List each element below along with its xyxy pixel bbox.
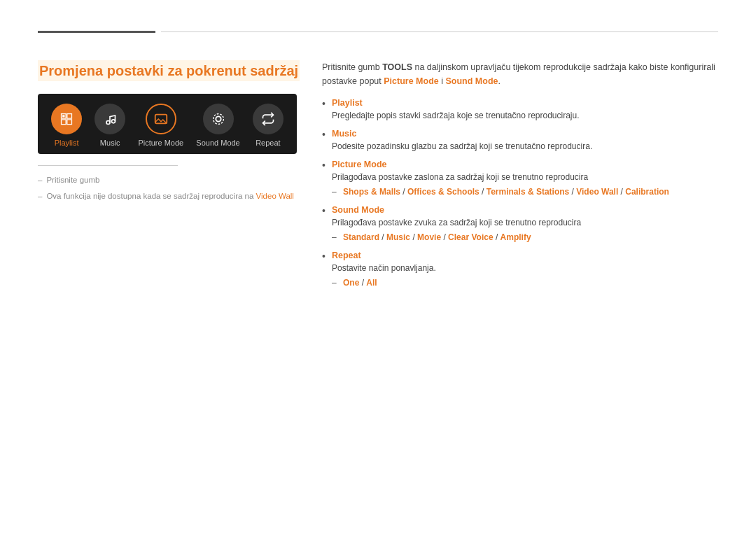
repeat-subtext: One / All (343, 276, 377, 289)
picturemode-desc: Prilagođava postavke zaslona za sadržaj … (332, 172, 588, 182)
one-opt: One (343, 278, 359, 288)
note-dash-2: – (38, 189, 42, 204)
standard-opt: Standard (343, 232, 379, 242)
list-item-picturemode: Picture Mode Prilagođava postavke zaslon… (322, 160, 718, 198)
shops-malls: Shops & Malls (343, 187, 400, 197)
note-text-2: Ova funkcija nije dostupna kada se sadrž… (46, 189, 294, 204)
soundmode-desc: Prilagođava postavke zvuka za sadržaj ko… (332, 218, 581, 227)
list-item-music: Music Podesite pozadinsku glazbu za sadr… (322, 129, 718, 153)
player-item-picturemode: Picture Mode (138, 104, 183, 147)
list-item-repeat: Repeat Postavite način ponavljanja. – On… (322, 251, 718, 289)
feature-list: Playlist Pregledajte popis stavki sadrža… (322, 98, 718, 289)
picturemode-sublist: – Shops & Malls / Offices & Schools / Te… (332, 185, 718, 198)
playlist-icon-circle (51, 104, 82, 134)
soundmode-sublist: – Standard / Music / Movie / Clear Voice… (332, 231, 718, 244)
playlist-title: Playlist (332, 98, 718, 108)
picturemode-subdash: – (332, 185, 339, 198)
svg-rect-0 (62, 115, 64, 117)
video-wall-opt: Video Wall (576, 187, 618, 197)
music-title: Music (332, 129, 718, 139)
top-decorative-lines (38, 31, 718, 33)
page-title: Promjena postavki za pokrenut sadržaj (38, 60, 300, 81)
player-divider (38, 165, 178, 166)
offices-schools: Offices & Schools (407, 187, 479, 197)
player-item-playlist: Playlist (51, 104, 82, 147)
svg-point-5 (213, 114, 223, 125)
soundmode-subitem: – Standard / Music / Movie / Clear Voice… (332, 231, 718, 244)
repeat-sublist: – One / All (332, 276, 718, 289)
picturemode-label: Picture Mode (138, 139, 183, 147)
list-item-playlist: Playlist Pregledajte popis stavki sadrža… (322, 98, 718, 122)
player-item-soundmode: Sound Mode (196, 104, 239, 147)
music-desc: Podesite pozadinsku glazbu za sadržaj ko… (332, 141, 592, 151)
player-icons: Playlist Music (45, 104, 290, 147)
notes-section: – Pritisnite gumb – Ova funkcija nije do… (38, 173, 311, 203)
sound-mode-link: Sound Mode (446, 76, 498, 86)
top-line-light (161, 31, 718, 32)
playlist-label: Playlist (55, 139, 79, 147)
repeat-subdash: – (332, 276, 339, 289)
note-dash-1: – (38, 173, 42, 188)
repeat-title: Repeat (332, 251, 718, 260)
repeat-desc: Postavite način ponavljanja. (332, 263, 436, 273)
music-opt: Music (386, 232, 410, 242)
repeat-icon-circle (253, 104, 284, 134)
right-section: Pritisnite gumb TOOLS na daljinskom upra… (322, 60, 718, 296)
repeat-subitem: – One / All (332, 276, 718, 289)
soundmode-subdash: – (332, 231, 339, 244)
top-line-dark (38, 31, 155, 33)
playlist-desc: Pregledajte popis stavki sadržaja koje s… (332, 111, 580, 120)
terminals-stations: Terminals & Stations (486, 187, 569, 197)
note-item-1: – Pritisnite gumb (38, 173, 311, 188)
video-wall-link: Video Wall (256, 192, 294, 200)
intro-paragraph: Pritisnite gumb TOOLS na daljinskom upra… (322, 60, 718, 88)
soundmode-icon-circle (203, 104, 234, 134)
picturemode-subtext: Shops & Malls / Offices & Schools / Term… (343, 185, 669, 198)
picture-mode-icon (153, 111, 169, 127)
music-icon (103, 112, 117, 126)
amplify-opt: Amplify (500, 232, 531, 242)
soundmode-title: Sound Mode (332, 205, 718, 215)
repeat-icon (261, 112, 275, 126)
clearvoice-opt: Clear Voice (448, 232, 493, 242)
player-item-repeat: Repeat (253, 104, 284, 147)
picture-mode-link: Picture Mode (384, 76, 439, 86)
picturemode-subitem: – Shops & Malls / Offices & Schools / Te… (332, 185, 718, 198)
music-icon-circle (94, 104, 125, 134)
movie-opt: Movie (417, 232, 441, 242)
tools-bold: TOOLS (382, 62, 412, 72)
note-item-2: – Ova funkcija nije dostupna kada se sad… (38, 189, 311, 204)
picturemode-title: Picture Mode (332, 160, 718, 169)
music-label: Music (100, 139, 120, 147)
play-icon (59, 112, 74, 126)
list-item-soundmode: Sound Mode Prilagođava postavke zvuka za… (322, 205, 718, 244)
player-box: Playlist Music (38, 94, 297, 154)
left-section: Promjena postavki za pokrenut sadržaj Pl… (38, 60, 311, 204)
repeat-label: Repeat (255, 139, 280, 147)
soundmode-subtext: Standard / Music / Movie / Clear Voice /… (343, 231, 531, 244)
player-item-music: Music (94, 104, 125, 147)
all-opt: All (366, 278, 377, 288)
calibration-opt: Calibration (625, 187, 669, 197)
note-text-1: Pritisnite gumb (46, 173, 99, 188)
svg-point-4 (216, 116, 220, 121)
soundmode-label: Sound Mode (196, 139, 239, 147)
picturemode-icon-circle (146, 104, 176, 134)
sound-mode-icon (211, 111, 226, 127)
